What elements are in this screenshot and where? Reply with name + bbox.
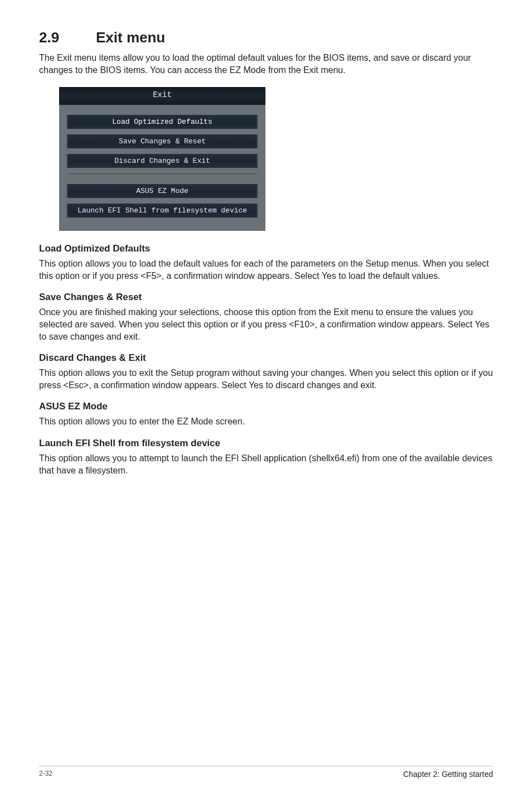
bios-item-launch-efi-shell[interactable]: Launch EFI Shell from filesystem device: [67, 204, 258, 218]
footer-chapter: Chapter 2: Getting started: [403, 770, 493, 779]
heading-asus-ez-mode: ASUS EZ Mode: [39, 401, 493, 412]
page-footer: 2-32 Chapter 2: Getting started: [39, 766, 493, 779]
bios-item-asus-ez-mode[interactable]: ASUS EZ Mode: [67, 184, 258, 198]
intro-paragraph: The Exit menu items allow you to load th…: [39, 52, 493, 76]
bios-panel-title: Exit: [59, 87, 265, 105]
text-launch-efi-shell: This option allows you to attempt to lau…: [39, 452, 493, 476]
footer-page-number: 2-32: [39, 770, 52, 779]
heading-save-changes-reset: Save Changes & Reset: [39, 292, 493, 303]
bios-item-discard-changes-exit[interactable]: Discard Changes & Exit: [67, 154, 258, 168]
bios-item-load-optimized-defaults[interactable]: Load Optimized Defaults: [67, 115, 258, 129]
heading-discard-changes-exit: Discard Changes & Exit: [39, 352, 493, 364]
text-save-changes-reset: Once you are finished making your select…: [39, 306, 493, 342]
section-title: 2.9 Exit menu: [39, 29, 493, 46]
section-name: Exit menu: [96, 29, 165, 46]
text-asus-ez-mode: This option allows you to enter the EZ M…: [39, 416, 493, 428]
bios-separator: [67, 173, 258, 174]
section-number: 2.9: [39, 29, 96, 46]
bios-exit-panel: Exit Load Optimized Defaults Save Change…: [59, 87, 265, 231]
heading-launch-efi-shell: Launch EFI Shell from filesystem device: [39, 438, 493, 449]
heading-load-optimized-defaults: Load Optimized Defaults: [39, 243, 493, 254]
text-load-optimized-defaults: This option allows you to load the defau…: [39, 258, 493, 282]
bios-item-save-changes-reset[interactable]: Save Changes & Reset: [67, 134, 258, 148]
text-discard-changes-exit: This option allows you to exit the Setup…: [39, 367, 493, 391]
bios-panel-body: Load Optimized Defaults Save Changes & R…: [59, 105, 265, 218]
